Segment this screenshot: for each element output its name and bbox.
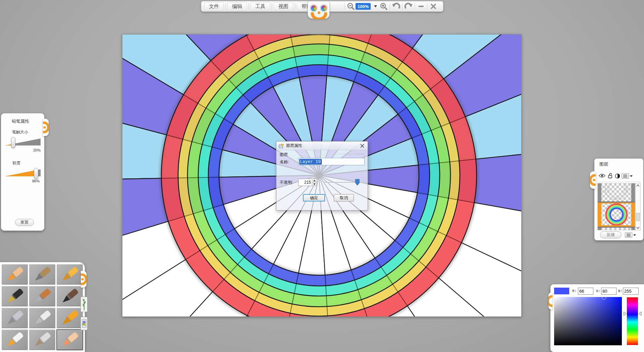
logo-smile-icon: [310, 12, 328, 19]
minimize-button[interactable]: [416, 2, 426, 11]
opacity-slider[interactable]: [323, 179, 366, 186]
dialog-close-icon[interactable]: [359, 143, 365, 149]
dialog-title: 图层属性: [286, 143, 359, 149]
tool-charcoal-pencil[interactable]: [29, 264, 55, 285]
text-caret: [321, 159, 322, 164]
app-logo[interactable]: [308, 1, 330, 19]
sv-gradient-black: [554, 297, 622, 345]
hamburger-icon: [622, 173, 629, 179]
layer-visibility-icon[interactable]: [599, 173, 605, 178]
picture-icon: [82, 318, 87, 329]
menu-item-编辑[interactable]: 编辑: [227, 2, 247, 10]
group-separator: [289, 154, 365, 154]
redo-button[interactable]: [404, 2, 413, 11]
tool-flat-brush[interactable]: [29, 286, 55, 306]
panel-separator: [597, 182, 641, 182]
tool-airbrush[interactable]: [2, 308, 28, 328]
menu-item-文件[interactable]: 文件: [204, 2, 224, 10]
hue-strip[interactable]: [627, 297, 638, 345]
layer-item-partial[interactable]: [598, 228, 635, 230]
menu-item-工具[interactable]: 工具: [251, 2, 270, 10]
selected-layer-bar: [598, 225, 635, 227]
scrollbar-thumb[interactable]: [636, 213, 640, 221]
layers-drawer-handle[interactable]: [590, 171, 596, 189]
undo-button[interactable]: [391, 2, 401, 11]
layer-blend-icon[interactable]: [615, 173, 620, 179]
layer-group-label: 图层: [280, 152, 288, 158]
layers-panel-title: 图层: [599, 161, 608, 167]
paint-tube-icon: [4, 332, 25, 348]
scroll-down-icon[interactable]: [636, 227, 640, 229]
blue-input[interactable]: [623, 288, 639, 295]
tool-eraser[interactable]: [57, 330, 83, 350]
layer-frame-bar: [598, 183, 601, 201]
tool-fountain-pen[interactable]: [2, 286, 28, 306]
opacity-spinbox[interactable]: 215: [298, 179, 317, 186]
logo-left-eye-icon: [310, 4, 318, 12]
layer-name-selected-text: Layer 19: [299, 159, 321, 165]
layer-item-sketch[interactable]: [598, 183, 635, 201]
layers-menu-button[interactable]: [622, 173, 633, 179]
brush-size-handle[interactable]: [11, 137, 15, 148]
picture-stamp-tab[interactable]: [80, 317, 88, 330]
zoom-out-button[interactable]: [346, 2, 356, 11]
selected-layer-bar: [631, 202, 635, 227]
tool-ink-brush[interactable]: [57, 286, 83, 306]
tool-pencil[interactable]: [2, 264, 28, 285]
layers-scrollbar[interactable]: [635, 183, 641, 230]
menu-divider: [272, 3, 272, 10]
color-drawer-handle[interactable]: [548, 292, 552, 310]
tool-spatula[interactable]: [29, 330, 55, 350]
menu-item-视图[interactable]: 视图: [274, 2, 293, 10]
ok-button[interactable]: 确定: [303, 194, 325, 201]
scroll-up-icon[interactable]: [636, 184, 640, 187]
opacity-slider-marker[interactable]: [355, 179, 360, 186]
zoom-level-badge[interactable]: 100%: [356, 3, 371, 10]
brush-size-value: 20%: [31, 148, 41, 152]
fountain-pen-icon: [4, 288, 25, 304]
menu-divider: [225, 3, 226, 10]
panel-drawer-handle[interactable]: [43, 119, 49, 136]
reset-button[interactable]: 重置: [15, 219, 34, 226]
softness-value: 86%: [30, 179, 40, 183]
softness-handle[interactable]: [34, 168, 38, 179]
pencil-panel-title: 铅笔属性: [12, 118, 29, 124]
spin-down-button[interactable]: [312, 182, 317, 186]
dialog-titlebar[interactable]: 图层属性: [276, 141, 368, 150]
tool-paint-tube[interactable]: [2, 330, 28, 350]
layer-item-rainbow-ring[interactable]: [598, 202, 635, 227]
hue-marker-right-icon[interactable]: [639, 311, 642, 316]
tool-paint-roller[interactable]: [57, 308, 83, 328]
tool-crayon[interactable]: [57, 264, 83, 285]
layer-dialog-icon: [279, 143, 284, 148]
layer-lock-icon[interactable]: [608, 173, 613, 178]
layers-bottom-menu-button[interactable]: [625, 232, 636, 238]
spin-up-button[interactable]: [312, 179, 317, 182]
cancel-button[interactable]: 取消: [334, 194, 354, 201]
toolbar-divider: [415, 3, 415, 10]
close-button[interactable]: [429, 2, 438, 11]
tool-palette-knife[interactable]: [29, 308, 55, 328]
hue-marker-left-icon[interactable]: [624, 311, 627, 316]
pencil-properties-panel: 铅笔属性 笔触大小 20% 软度 86% 重置: [1, 113, 44, 231]
opacity-value: 215: [299, 180, 312, 185]
menu-divider: [249, 3, 249, 10]
new-layer-button[interactable]: 新建: [600, 231, 622, 238]
saturation-value-square[interactable]: [554, 297, 622, 345]
green-input[interactable]: [601, 288, 616, 295]
zoom-dropdown-caret[interactable]: [374, 5, 377, 7]
palette-drawer-handle[interactable]: [81, 271, 87, 288]
flat-brush-icon: [32, 288, 53, 304]
hamburger-icon: [625, 232, 632, 238]
sv-cursor-icon[interactable]: [602, 295, 606, 300]
plant-stamp-tab[interactable]: [80, 297, 88, 312]
red-input[interactable]: [578, 288, 593, 295]
layer-name-input[interactable]: Layer 19: [298, 158, 365, 165]
tool-palette-panel: [0, 262, 85, 352]
layer-frame-bar: [631, 183, 635, 201]
palette-knife-icon: [32, 310, 53, 326]
color-picker-panel: R: G: B:: [550, 284, 644, 352]
name-label: 名称:: [280, 159, 289, 165]
zoom-in-button[interactable]: [379, 2, 388, 11]
layers-panel: 图层: [594, 159, 643, 240]
